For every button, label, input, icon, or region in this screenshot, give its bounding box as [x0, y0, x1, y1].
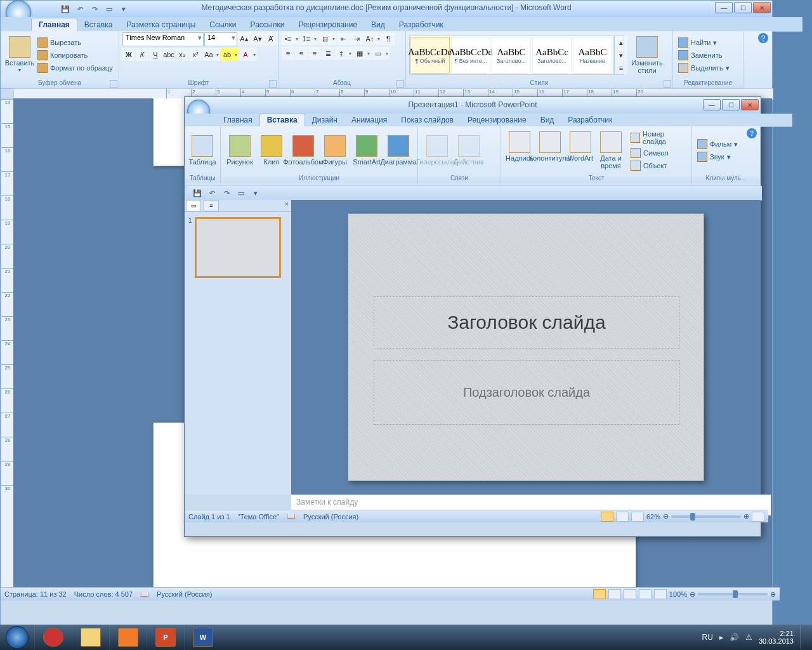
task-word[interactable]: W [184, 625, 221, 649]
cut-button[interactable]: Вырезать [36, 37, 115, 48]
copy-button[interactable]: Копировать [36, 50, 115, 61]
ribbon-tab[interactable]: Рассылки [244, 18, 292, 31]
find-button[interactable]: Найти ▾ [676, 37, 731, 48]
font-name-combo[interactable]: Times New Roman [122, 32, 204, 46]
illustration-button[interactable]: Рисунок [224, 135, 256, 166]
view-slideshow-icon[interactable] [631, 512, 644, 522]
superscript-icon[interactable]: x² [189, 48, 202, 61]
view-sorter-icon[interactable] [616, 512, 629, 522]
line-spacing-icon[interactable]: ‡ [335, 47, 353, 60]
change-styles-button[interactable]: Изменить стили [628, 36, 666, 74]
dialog-launcher-icon[interactable] [110, 80, 117, 88]
ppt-slide-canvas[interactable]: Заголовок слайда Подзаголовок слайда [291, 200, 761, 494]
multilevel-icon[interactable]: ⊟ [318, 32, 336, 45]
task-media[interactable] [109, 625, 147, 649]
ribbon-tab[interactable]: Показ слайдов [394, 114, 461, 126]
sort-icon[interactable]: A↕ [363, 32, 381, 45]
outline-tab-icon[interactable]: ≡ [204, 200, 219, 211]
task-powerpoint[interactable]: P [147, 625, 184, 649]
zoom-percent[interactable]: 62% [646, 513, 660, 521]
gallery-more-icon[interactable]: ≡ [615, 62, 627, 74]
view-outline-icon[interactable] [639, 589, 652, 599]
status-words[interactable]: Число слов: 4 507 [74, 590, 133, 598]
gallery-down-icon[interactable]: ▾ [615, 49, 627, 62]
status-language[interactable]: Русский (Россия) [157, 590, 212, 598]
table-button[interactable]: Таблица [188, 135, 217, 166]
spellcheck-icon[interactable]: 📖 [140, 590, 149, 599]
ribbon-tab[interactable]: Анимация [344, 114, 394, 126]
strike-icon[interactable]: abc [162, 48, 175, 61]
style-item[interactable]: AaBbCНазвание [573, 37, 612, 74]
borders-icon[interactable]: ▭ [372, 47, 390, 60]
italic-icon[interactable]: К [136, 48, 148, 61]
style-item[interactable]: AaBbCcDd¶ Обычный [410, 37, 450, 74]
zoom-out-icon[interactable]: ⊖ [690, 590, 695, 599]
ribbon-tab[interactable]: Ссылки [202, 18, 243, 31]
paste-button[interactable]: Вставить▾ [4, 36, 36, 74]
text-button[interactable]: Дата и время [596, 131, 626, 169]
align-left-icon[interactable]: ≡ [282, 47, 294, 60]
text-side-button[interactable]: Номер слайда [629, 129, 688, 146]
title-placeholder[interactable]: Заголовок слайда [374, 296, 679, 348]
clear-format-icon[interactable]: A̸ [265, 32, 277, 45]
view-draft-icon[interactable] [654, 589, 667, 599]
qat-extra-icon[interactable]: ▭ [235, 187, 247, 199]
illustration-button[interactable]: SmartArt [351, 135, 383, 166]
style-item[interactable]: AaBbCcDd¶ Без инте... [451, 37, 490, 74]
ribbon-tab[interactable]: Дизайн [305, 114, 344, 126]
text-button[interactable]: Надпись [504, 131, 535, 169]
text-side-button[interactable]: Объект [629, 160, 688, 171]
ppt-titlebar[interactable]: Презентация1 - Microsoft PowerPoint — ☐ … [185, 97, 761, 114]
help-icon[interactable]: ? [747, 128, 757, 138]
align-right-icon[interactable]: ≡ [308, 47, 321, 60]
zoom-slider[interactable] [698, 593, 768, 595]
view-reading-icon[interactable] [608, 589, 621, 599]
style-item[interactable]: AaBbCcЗаголово... [532, 37, 572, 74]
gallery-up-icon[interactable]: ▴ [615, 36, 627, 49]
ribbon-tab[interactable]: Главная [31, 18, 77, 31]
redo-icon[interactable]: ↷ [220, 187, 233, 199]
panel-close-icon[interactable]: × [282, 200, 291, 211]
bold-icon[interactable]: Ж [122, 48, 135, 61]
indent-inc-icon[interactable]: ⇥ [350, 32, 363, 45]
tray-flag-icon[interactable]: ▸ [719, 633, 723, 642]
ribbon-tab[interactable]: Вид [364, 18, 392, 31]
view-web-icon[interactable] [624, 589, 636, 599]
tray-lang[interactable]: RU [702, 633, 713, 642]
task-explorer[interactable] [72, 625, 109, 649]
show-marks-icon[interactable]: ¶ [382, 32, 395, 45]
font-color-icon[interactable]: A [239, 48, 257, 61]
underline-icon[interactable]: Ч [149, 48, 162, 61]
start-button[interactable] [0, 625, 34, 650]
undo-icon[interactable]: ↶ [206, 187, 218, 199]
minimize-button[interactable]: — [703, 99, 721, 110]
dialog-launcher-icon[interactable] [269, 80, 277, 88]
ribbon-tab[interactable]: Разметка страницы [119, 18, 202, 31]
grow-font-icon[interactable]: A▴ [238, 32, 251, 45]
dialog-launcher-icon[interactable] [396, 80, 404, 88]
task-opera[interactable] [34, 625, 72, 649]
font-size-combo[interactable]: 14 [204, 32, 237, 46]
shading-icon[interactable]: ▦ [353, 47, 371, 60]
status-slide[interactable]: Слайд 1 из 1 [188, 513, 230, 521]
spellcheck-icon[interactable]: 📖 [287, 512, 296, 521]
replace-button[interactable]: Заменить [676, 50, 731, 61]
ribbon-tab[interactable]: Главная [216, 114, 259, 126]
status-page[interactable]: Страница: 11 из 32 [4, 590, 67, 598]
ribbon-tab[interactable]: Вид [534, 114, 561, 126]
text-button[interactable]: Колонтитулы [535, 131, 565, 169]
slide[interactable]: Заголовок слайда Подзаголовок слайда [348, 213, 704, 481]
numbering-icon[interactable]: 1≡ [300, 32, 318, 45]
style-gallery[interactable]: AaBbCcDd¶ ОбычныйAaBbCcDd¶ Без инте...Aa… [409, 36, 613, 75]
fit-window-icon[interactable] [752, 512, 764, 522]
align-center-icon[interactable]: ≡ [295, 47, 308, 60]
slides-tab-icon[interactable]: ▭ [186, 200, 201, 211]
status-theme[interactable]: "Тема Office" [238, 513, 279, 521]
tray-clock[interactable]: 2:21 30.03.2013 [759, 630, 794, 645]
illustration-button[interactable]: Фотоальбом [287, 135, 319, 166]
text-button[interactable]: WordArt [565, 131, 596, 169]
zoom-percent[interactable]: 100% [669, 590, 687, 598]
maximize-button[interactable]: ☐ [734, 2, 752, 13]
ribbon-tab[interactable]: Рецензирование [291, 18, 364, 31]
close-button[interactable]: ✕ [741, 99, 759, 110]
